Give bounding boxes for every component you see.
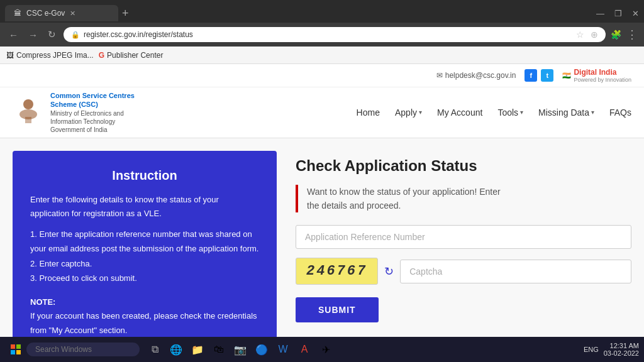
svg-rect-3: [11, 344, 15, 349]
twitter-icon[interactable]: t: [541, 69, 553, 82]
missing-data-dropdown-arrow: ▾: [591, 109, 594, 116]
taskbar-telegram[interactable]: ✈: [317, 341, 335, 358]
extensions-button[interactable]: 🧩: [611, 30, 621, 40]
digital-india-label: Digital India: [574, 68, 631, 77]
top-info-bar: ✉ helpdesk@csc.gov.in f t 🇮🇳 Digital Ind…: [0, 64, 644, 87]
address-bar-row: ← → ↻ 🔒 register.csc.gov.in/register/sta…: [0, 23, 644, 47]
svg-rect-5: [11, 350, 15, 354]
taskbar-files[interactable]: 📁: [189, 341, 206, 358]
bookmark-compress-icon: 🖼: [6, 51, 14, 60]
url-text: register.csc.gov.in/register/status: [84, 30, 572, 39]
description-line2: the details and proceed.: [307, 199, 631, 212]
taskbar-language: ENG: [584, 346, 599, 353]
nav-tools[interactable]: Tools ▾: [497, 107, 523, 118]
nav-apply[interactable]: Apply ▾: [395, 107, 422, 118]
step-2: 2. Enter captcha.: [30, 256, 259, 271]
start-button[interactable]: [5, 341, 26, 358]
bookmark-compress-label: Compress JPEG Ima...: [16, 51, 94, 60]
taskbar-word[interactable]: W: [274, 341, 292, 358]
address-bar[interactable]: 🔒 register.csc.gov.in/register/status ☆ …: [64, 27, 606, 42]
bookmark-compress[interactable]: 🖼 Compress JPEG Ima...: [6, 51, 94, 60]
svg-point-0: [23, 99, 33, 109]
instruction-title: Instruction: [30, 168, 259, 183]
captcha-row: 246767 ↻: [296, 258, 631, 285]
bookmarks-bar: 🖼 Compress JPEG Ima... G Publisher Cente…: [0, 47, 644, 64]
bookmark-publisher-label: Publisher Center: [107, 51, 163, 60]
main-content: Instruction Enter the following details …: [0, 138, 644, 337]
taskbar-search[interactable]: [26, 343, 140, 356]
digital-india-icon: 🇮🇳: [562, 72, 571, 80]
refresh-button[interactable]: ↻: [45, 28, 58, 41]
forward-button[interactable]: →: [26, 28, 40, 41]
back-button[interactable]: ←: [6, 28, 21, 41]
form-area: Check Application Status Want to know th…: [296, 151, 631, 337]
instruction-box: Instruction Enter the following details …: [13, 151, 277, 337]
info-blockquote: Want to know the status of your applicat…: [296, 185, 631, 213]
nav-missing-data[interactable]: Missing Data ▾: [538, 107, 594, 118]
taskbar-pinned-items: ⧉ 🌐 📁 🛍 📷 🔵 W A ✈: [146, 341, 335, 358]
instruction-steps: 1. Enter the application reference numbe…: [30, 227, 259, 286]
new-tab-button[interactable]: +: [122, 7, 129, 20]
tab-favicon: 🏛: [14, 9, 21, 18]
tab-bar: 🏛 CSC e-Gov ✕ + — ❐ ✕: [0, 0, 644, 23]
nav-home[interactable]: Home: [357, 107, 380, 118]
taskbar-time: 12:31 AM 03-02-2022: [604, 342, 639, 357]
nav-faqs[interactable]: FAQs: [609, 107, 631, 118]
bookmark-publisher[interactable]: G Publisher Center: [99, 51, 164, 60]
note-text: If your account has been created, please…: [30, 311, 257, 334]
page-content: ✉ helpdesk@csc.gov.in f t 🇮🇳 Digital Ind…: [0, 64, 644, 337]
address-bar-actions: ☆ ⊕: [576, 30, 598, 40]
taskbar-task-view[interactable]: ⧉: [146, 341, 164, 358]
instruction-intro: Enter the following details to know the …: [30, 193, 259, 337]
active-tab[interactable]: 🏛 CSC e-Gov ✕: [5, 5, 118, 21]
submit-button[interactable]: SUBMIT: [296, 297, 379, 322]
close-window-button[interactable]: ✕: [632, 9, 639, 18]
nav-my-account[interactable]: My Account: [437, 107, 482, 118]
bookmark-publisher-icon: G: [99, 51, 104, 60]
taskbar-right: ENG 12:31 AM 03-02-2022: [584, 342, 639, 357]
emblem-icon: [13, 97, 44, 128]
more-options-button[interactable]: ⋮: [626, 28, 638, 41]
captcha-image: 246767: [296, 258, 378, 285]
minimize-button[interactable]: —: [596, 9, 604, 18]
taskbar: ⧉ 🌐 📁 🛍 📷 🔵 W A ✈ ENG 12:31 AM 03-02-202…: [0, 337, 644, 362]
note-label: NOTE:: [30, 295, 259, 309]
taskbar-store[interactable]: 🛍: [210, 341, 228, 358]
apply-dropdown-arrow: ▾: [419, 109, 422, 116]
logo-area: Common Service Centres Scheme (CSC) Mini…: [13, 91, 138, 134]
facebook-icon[interactable]: f: [525, 69, 537, 82]
step-3: 3. Proceed to click on submit.: [30, 271, 259, 285]
captcha-refresh-button[interactable]: ↻: [384, 265, 394, 278]
extension-icon[interactable]: ⊕: [591, 30, 598, 40]
svg-rect-2: [25, 117, 31, 123]
step-1: 1. Enter the application reference numbe…: [30, 227, 259, 256]
svg-rect-6: [16, 350, 21, 354]
window-controls: — ❐ ✕: [596, 9, 639, 18]
social-icons: f t: [525, 69, 553, 82]
application-reference-input[interactable]: [296, 225, 631, 249]
digital-india-subtitle: Powered by Innovation: [574, 77, 631, 83]
bookmark-star[interactable]: ☆: [576, 30, 584, 40]
email-address: helpdesk@csc.gov.in: [445, 71, 516, 80]
form-title: Check Application Status: [296, 157, 631, 175]
taskbar-chrome[interactable]: 🔵: [253, 341, 270, 358]
svg-rect-4: [16, 344, 21, 349]
logo-text: Common Service Centres Scheme (CSC) Mini…: [50, 91, 138, 134]
tab-title: CSC e-Gov: [26, 9, 65, 18]
instruction-intro-text: Enter the following details to know the …: [30, 193, 259, 221]
nav-links: Home Apply ▾ My Account Tools ▾ Missing …: [357, 107, 631, 118]
secure-icon: 🔒: [71, 31, 80, 39]
taskbar-edge[interactable]: 🌐: [167, 341, 185, 358]
tools-dropdown-arrow: ▾: [520, 109, 523, 116]
description-line1: Want to know the status of your applicat…: [307, 185, 631, 199]
taskbar-acrobat[interactable]: A: [296, 341, 313, 358]
tab-close-button[interactable]: ✕: [70, 9, 75, 18]
email-link[interactable]: ✉ helpdesk@csc.gov.in: [436, 71, 516, 80]
maximize-button[interactable]: ❐: [614, 9, 622, 18]
digital-india-logo: 🇮🇳 Digital India Powered by Innovation: [562, 68, 631, 83]
taskbar-camera[interactable]: 📷: [231, 341, 249, 358]
captcha-input[interactable]: [400, 260, 631, 283]
navbar: Common Service Centres Scheme (CSC) Mini…: [0, 87, 644, 138]
email-icon: ✉: [436, 71, 443, 80]
